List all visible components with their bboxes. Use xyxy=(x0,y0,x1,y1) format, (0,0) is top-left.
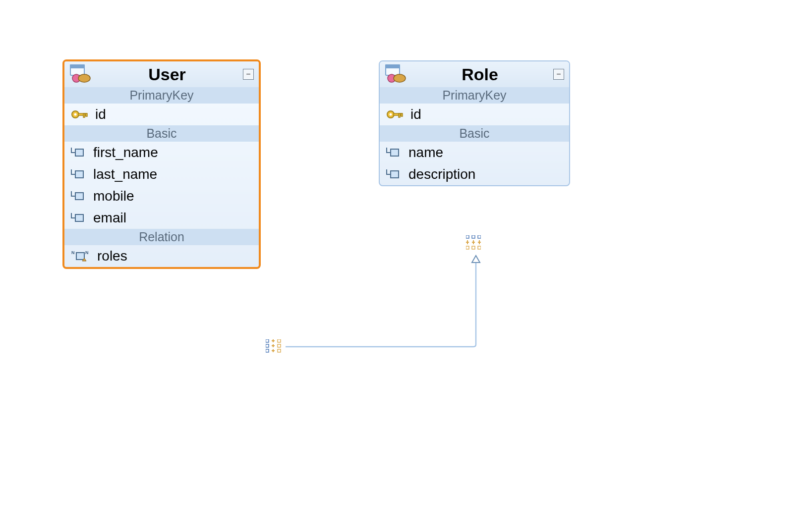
primary-key-icon xyxy=(386,108,404,121)
svg-rect-8 xyxy=(86,113,87,116)
entity-title: Role xyxy=(406,65,553,84)
svg-rect-10 xyxy=(75,171,83,178)
attribute-icon xyxy=(386,167,402,181)
attribute-icon xyxy=(386,146,402,159)
attribute-icon xyxy=(70,146,86,159)
field-row[interactable]: id xyxy=(64,104,259,125)
primary-key-icon xyxy=(70,108,88,121)
svg-rect-9 xyxy=(75,149,83,156)
svg-rect-35 xyxy=(478,235,481,238)
section-label-pk: PrimaryKey xyxy=(380,87,569,104)
svg-rect-27 xyxy=(266,339,269,342)
entity-class-icon xyxy=(69,64,91,84)
svg-rect-37 xyxy=(472,246,475,249)
svg-rect-11 xyxy=(75,193,83,200)
svg-rect-1 xyxy=(70,64,84,68)
entity-user[interactable]: User − PrimaryKey id Basic first_name la… xyxy=(62,59,261,269)
svg-rect-34 xyxy=(472,235,475,238)
entity-class-icon xyxy=(385,64,406,84)
section-label-basic: Basic xyxy=(380,125,569,142)
cardinality-marker-many xyxy=(466,235,481,254)
field-row[interactable]: first_name xyxy=(64,142,259,163)
field-row[interactable]: id xyxy=(380,104,569,125)
svg-text:N: N xyxy=(71,250,75,255)
field-name: last_name xyxy=(93,166,253,182)
field-name: id xyxy=(95,106,253,122)
svg-rect-36 xyxy=(466,246,469,249)
attribute-icon xyxy=(70,167,86,181)
attribute-icon xyxy=(70,211,86,225)
field-row[interactable]: N N roles xyxy=(64,245,259,267)
field-name: roles xyxy=(97,248,253,264)
field-row[interactable]: email xyxy=(64,207,259,229)
attribute-icon xyxy=(70,189,86,203)
relation-many-icon: N N xyxy=(70,249,90,263)
entity-role[interactable]: Role − PrimaryKey id Basic name descript… xyxy=(379,60,570,186)
svg-rect-31 xyxy=(278,344,281,347)
svg-rect-17 xyxy=(386,64,400,68)
field-row[interactable]: last_name xyxy=(64,163,259,185)
section-label-relation: Relation xyxy=(64,229,259,245)
field-row[interactable]: description xyxy=(380,163,569,185)
cardinality-marker-many xyxy=(266,339,285,354)
field-name: id xyxy=(410,106,563,122)
field-name: email xyxy=(93,210,253,226)
section-label-pk: PrimaryKey xyxy=(64,87,259,104)
svg-rect-29 xyxy=(266,349,269,352)
field-row[interactable]: mobile xyxy=(64,185,259,207)
field-name: name xyxy=(408,145,563,160)
svg-rect-7 xyxy=(83,113,85,117)
svg-rect-12 xyxy=(75,214,83,221)
entity-header[interactable]: User − xyxy=(64,61,259,87)
svg-rect-38 xyxy=(478,246,481,249)
collapse-icon[interactable]: − xyxy=(553,69,564,80)
svg-rect-33 xyxy=(466,235,469,238)
field-name: mobile xyxy=(93,188,253,204)
svg-text:N: N xyxy=(85,250,89,255)
svg-rect-15 xyxy=(76,253,84,260)
svg-rect-32 xyxy=(278,349,281,352)
svg-rect-24 xyxy=(401,113,403,116)
svg-rect-28 xyxy=(266,344,269,347)
svg-rect-23 xyxy=(399,113,400,117)
field-name: first_name xyxy=(93,145,253,160)
collapse-icon[interactable]: − xyxy=(243,69,254,80)
field-name: description xyxy=(408,166,563,182)
svg-rect-30 xyxy=(278,339,281,342)
field-row[interactable]: name xyxy=(380,142,569,163)
section-label-basic: Basic xyxy=(64,125,259,142)
svg-rect-25 xyxy=(391,149,399,156)
entity-header[interactable]: Role − xyxy=(380,61,569,87)
svg-point-3 xyxy=(78,74,90,82)
entity-title: User xyxy=(91,65,243,84)
svg-point-5 xyxy=(74,113,77,116)
svg-point-21 xyxy=(390,113,392,116)
svg-point-19 xyxy=(394,74,406,82)
svg-rect-26 xyxy=(391,171,399,178)
